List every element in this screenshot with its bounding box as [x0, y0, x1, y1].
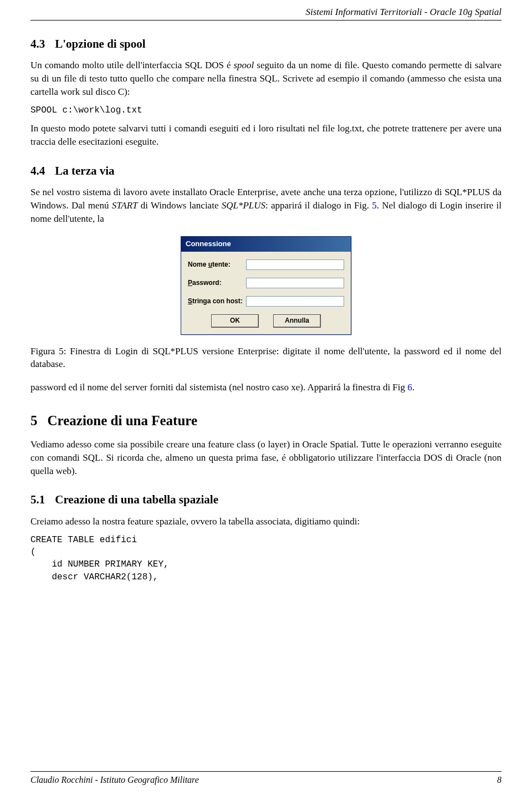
italic-text: START: [112, 200, 138, 211]
page-header: Sistemi Informativi Territoriali - Oracl…: [30, 0, 502, 21]
section-title: L'opzione di spool: [55, 37, 145, 50]
footer-author: Claudio Rocchini - Istituto Geografico M…: [30, 774, 199, 786]
section-title: Creazione di una tabella spaziale: [55, 493, 218, 506]
login-dialog: Connessione Nome utente: Password: Strin…: [181, 236, 351, 334]
page-number: 8: [497, 774, 502, 786]
text: Nome: [188, 261, 208, 268]
hoststring-row: Stringa con host:: [188, 296, 344, 307]
password-row: Password:: [188, 278, 344, 288]
section-number: 5.1: [30, 493, 45, 506]
accelerator: P: [188, 279, 192, 287]
username-input[interactable]: [246, 259, 344, 270]
figure-5-caption: Figura 5: Finestra di Login di SQL*PLUS …: [30, 345, 502, 371]
page-footer: Claudio Rocchini - Istituto Geografico M…: [30, 771, 502, 786]
accelerator: u: [208, 261, 212, 268]
figure-link[interactable]: 5: [372, 200, 377, 211]
dialog-body: Nome utente: Password: Stringa con host:…: [181, 252, 351, 334]
text: Un comando molto utile dell'interfaccia …: [30, 60, 234, 70]
dialog-buttons: OK Annulla: [188, 314, 344, 328]
section-title: La terza via: [55, 164, 114, 177]
cancel-button[interactable]: Annulla: [273, 314, 321, 328]
password-input[interactable]: [246, 278, 344, 288]
section-number: 4.3: [30, 37, 45, 50]
figure-5: Connessione Nome utente: Password: Strin…: [30, 236, 502, 334]
paragraph: Vediamo adesso come sia possibile creare…: [30, 438, 502, 477]
hoststring-label: Stringa con host:: [188, 297, 246, 306]
paragraph: password ed il nome del server forniti d…: [30, 381, 502, 394]
figure-link[interactable]: 6: [407, 382, 412, 393]
section-5-1-heading: 5.1Creazione di una tabella spaziale: [30, 492, 502, 508]
section-number: 5: [30, 413, 38, 428]
section-number: 4.4: [30, 164, 45, 177]
text: .: [412, 382, 415, 393]
section-4-4-heading: 4.4La terza via: [30, 163, 502, 179]
paragraph: Creiamo adesso la nostra feature spazial…: [30, 515, 502, 528]
italic-text: spool: [234, 60, 254, 70]
username-label: Nome utente:: [188, 260, 246, 269]
code-block: SPOOL c:\work\log.txt: [30, 104, 502, 116]
paragraph: Un comando molto utile dell'interfaccia …: [30, 59, 502, 98]
paragraph: Se nel vostro sistema di lavoro avete in…: [30, 186, 502, 225]
section-title: Creazione di una Feature: [48, 413, 198, 428]
text: password ed il nome del server forniti d…: [30, 382, 407, 393]
text: assword:: [192, 279, 222, 287]
text: di Windows lanciate: [138, 200, 222, 211]
username-row: Nome utente:: [188, 259, 344, 270]
password-label: Password:: [188, 278, 246, 288]
dialog-titlebar: Connessione: [181, 237, 351, 251]
section-5-heading: 5Creazione di una Feature: [30, 411, 502, 430]
text: tente:: [212, 261, 231, 268]
accelerator: S: [188, 297, 192, 305]
italic-text: SQL*PLUS: [222, 200, 265, 211]
code-block: CREATE TABLE edifici ( id NUMBER PRIMARY…: [30, 534, 502, 584]
hoststring-input[interactable]: [246, 296, 344, 307]
section-4-3-heading: 4.3L'opzione di spool: [30, 36, 502, 52]
text: : apparirá il dialogo in Fig.: [265, 200, 372, 211]
text: tringa con host:: [192, 297, 243, 305]
paragraph: In questo modo potete salvarvi tutti i c…: [30, 122, 502, 149]
ok-button[interactable]: OK: [211, 314, 259, 328]
